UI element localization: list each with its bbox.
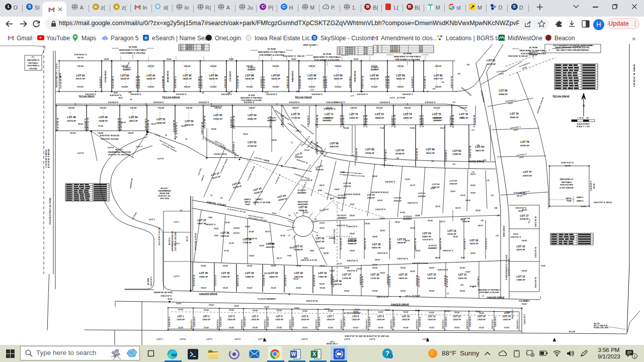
svg-text:N 00°27'38" E: N 00°27'38" E — [176, 122, 178, 134]
svg-text:LOT 69: LOT 69 — [330, 142, 338, 145]
svg-text:22186 SF: 22186 SF — [520, 144, 530, 147]
svg-text:THE PUBLIC: THE PUBLIC — [561, 182, 572, 184]
svg-text:N 00°27'38" E: N 00°27'38" E — [418, 276, 420, 287]
svg-text:L38: L38 — [466, 64, 469, 66]
svg-text:POINT: POINT — [245, 204, 250, 206]
svg-text:LOT 23: LOT 23 — [399, 273, 408, 276]
svg-text:134.68': 134.68' — [415, 215, 421, 217]
svg-text:N 00°32'38" W: N 00°32'38" W — [193, 275, 195, 286]
svg-text:110.00': 110.00' — [372, 264, 378, 266]
svg-text:IONE DRIVE: IONE DRIVE — [503, 225, 505, 237]
svg-text:14625 SF: 14625 SF — [307, 77, 317, 80]
svg-text:N 00°27'38" E: N 00°27'38" E — [464, 238, 466, 249]
svg-text:DEDICATED TO THE PUBLIC: DEDICATED TO THE PUBLIC — [258, 51, 286, 53]
svg-text:N 00°27'38" E: N 00°27'38" E — [445, 317, 447, 327]
svg-text:EASEMENT: EASEMENT — [297, 192, 306, 194]
svg-text:S 00°27'38" W: S 00°27'38" W — [535, 247, 537, 257]
svg-text:ANJA DRIVE: ANJA DRIVE — [167, 70, 169, 82]
svg-text:LOT 34: LOT 34 — [246, 272, 254, 275]
svg-text:N 00°32'38" W: N 00°32'38" W — [416, 148, 418, 160]
svg-text:EASEMENT: EASEMENT — [338, 217, 347, 219]
svg-text:110.00': 110.00' — [400, 267, 406, 269]
svg-text:FOR STREET & UTILITIES: FOR STREET & UTILITIES — [395, 58, 420, 61]
svg-text:N 00°27'38" E: N 00°27'38" E — [289, 319, 291, 329]
svg-text:S 00°27'38" E: S 00°27'38" E — [477, 277, 479, 287]
svg-text:LOT 15: LOT 15 — [517, 275, 525, 278]
svg-text:141.51': 141.51' — [478, 225, 484, 227]
svg-text:13769 SF: 13769 SF — [370, 277, 379, 280]
svg-text:165.96': 165.96' — [272, 139, 277, 141]
svg-text:C8: C8 — [288, 215, 290, 217]
svg-text:GINGER DRIVE: GINGER DRIVE — [391, 303, 410, 306]
svg-text:L39: L39 — [457, 73, 460, 75]
svg-text:S 15°23'38" W: S 15°23'38" W — [366, 115, 368, 128]
svg-text:20043 SF: 20043 SF — [156, 122, 166, 124]
svg-text:N 00°27'38" E: N 00°27'38" E — [393, 317, 395, 327]
svg-text:115.00': 115.00' — [201, 287, 206, 289]
svg-text:6998 SF: 6998 SF — [201, 174, 205, 181]
svg-text:N 89°27'22" W: N 89°27'22" W — [469, 145, 471, 158]
svg-text:L3B: L3B — [494, 207, 498, 209]
svg-text:110.00': 110.00' — [201, 265, 206, 267]
svg-text:18910 SF: 18910 SF — [426, 152, 435, 154]
svg-text:115.00': 115.00' — [229, 327, 234, 329]
svg-text:125.00': 125.00' — [395, 221, 400, 223]
svg-text:N 00°27'38" E: N 00°27'38" E — [145, 118, 147, 130]
svg-text:LOT 24: LOT 24 — [423, 232, 431, 235]
svg-text:125.00': 125.00' — [272, 65, 279, 67]
svg-text:LOT 4: LOT 4 — [180, 338, 186, 340]
svg-text:N 00°32'38" W: N 00°32'38" W — [340, 238, 342, 249]
svg-text:S 89°27'22" E: S 89°27'22" E — [337, 225, 347, 227]
svg-text:S 00°00'00" E: S 00°00'00" E — [120, 118, 122, 131]
svg-text:N 00°27'38" E: N 00°27'38" E — [264, 319, 266, 329]
svg-text:LOT 42: LOT 42 — [316, 237, 325, 240]
svg-text:C21: C21 — [431, 160, 434, 162]
svg-text:LOT 4: LOT 4 — [252, 315, 259, 318]
svg-text:115.00': 115.00' — [246, 85, 253, 88]
svg-text:115.00': 115.00' — [372, 290, 378, 292]
svg-text:S 00°00'00" E: S 00°00'00" E — [412, 76, 414, 88]
svg-text:LOT 52: LOT 52 — [185, 120, 193, 123]
svg-text:N 89°27'22" W: N 89°27'22" W — [306, 300, 318, 302]
svg-text:47.54': 47.54' — [318, 190, 323, 192]
svg-text:POINT: POINT — [567, 200, 572, 202]
svg-text:113.15': 113.15' — [319, 222, 325, 224]
svg-text:33160 SF: 33160 SF — [447, 233, 456, 235]
svg-text:13925 SF: 13925 SF — [503, 319, 511, 321]
svg-text:115.00': 115.00' — [378, 311, 383, 313]
svg-text:115.00': 115.00' — [178, 309, 184, 311]
svg-text:LOT 93: LOT 93 — [76, 74, 85, 77]
svg-text:14625 SF: 14625 SF — [146, 77, 156, 80]
svg-text:253.72': 253.72' — [264, 273, 270, 275]
svg-text:EASEMENT: EASEMENT — [433, 120, 442, 122]
svg-text:EASEMENT: EASEMENT — [248, 69, 256, 71]
svg-text:N 00°32'38" W: N 00°32'38" W — [452, 115, 454, 128]
svg-text:LOT 30: LOT 30 — [334, 280, 342, 283]
svg-text:50' ROW: 50' ROW — [268, 48, 276, 50]
svg-text:S 79°01'23" W: S 79°01'23" W — [514, 192, 525, 194]
svg-text:115.00': 115.00' — [320, 287, 326, 289]
svg-text:LOT 90: LOT 90 — [183, 74, 191, 77]
svg-text:115.00': 115.00' — [385, 309, 390, 311]
svg-text:115.00': 115.00' — [403, 327, 409, 329]
svg-text:136.43': 136.43' — [293, 278, 299, 280]
svg-text:C4: C4 — [175, 136, 177, 138]
svg-text:GAS, CABLE TV AND OVERLAND DRA: GAS, CABLE TV AND OVERLAND DRAINAGE. — [556, 49, 589, 51]
svg-text:BLOCK 1: BLOCK 1 — [116, 149, 123, 151]
svg-text:S 89°27'22" E: S 89°27'22" E — [443, 250, 453, 252]
svg-text:N 00°27'38" E: N 00°27'38" E — [524, 314, 526, 324]
svg-text:125.00': 125.00' — [470, 192, 476, 194]
svg-text:LOT 5: LOT 5 — [369, 338, 375, 340]
svg-text:110.00': 110.00' — [223, 265, 228, 267]
svg-text:83.00': 83.00' — [541, 265, 546, 267]
svg-text:50.00': 50.00' — [354, 58, 358, 60]
svg-text:16' UTILITY EASEMENT: 16' UTILITY EASEMENT — [344, 312, 361, 314]
svg-text:125.00': 125.00' — [397, 65, 404, 67]
svg-text:16' UTILITY EASEMENT: 16' UTILITY EASEMENT — [258, 298, 276, 300]
svg-text:29131 SF: 29131 SF — [76, 77, 86, 80]
svg-text:110.00': 110.00' — [157, 107, 165, 109]
svg-text:S 15°23'38" W: S 15°23'38" W — [263, 275, 265, 286]
svg-text:29637 SF: 29637 SF — [315, 240, 325, 243]
svg-text:N 00°27'38" E: N 00°27'38" E — [517, 319, 519, 329]
svg-text:N 90°00'00" E: N 90°00'00" E — [335, 102, 345, 104]
